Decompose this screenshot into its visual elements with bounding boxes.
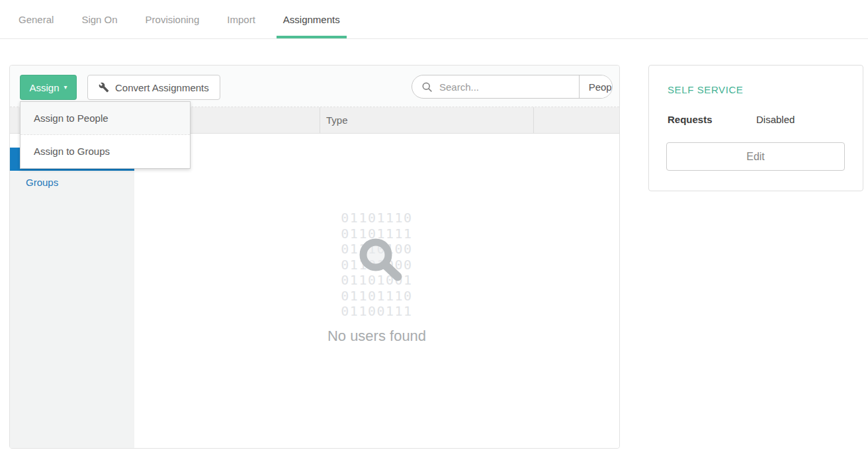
tab-sign-on[interactable]: Sign On xyxy=(81,0,117,38)
requests-row: Requests Disabled xyxy=(668,114,844,125)
requests-value: Disabled xyxy=(756,114,795,125)
assign-button-label: Assign xyxy=(29,82,59,93)
tab-general[interactable]: General xyxy=(19,0,54,38)
app-tabbar: General Sign On Provisioning Import Assi… xyxy=(0,0,868,39)
assignments-sidebar: People Groups xyxy=(10,134,134,448)
menu-item-assign-to-people[interactable]: Assign to People xyxy=(21,102,190,135)
column-divider xyxy=(533,107,534,133)
chevron-down-icon: ▾ xyxy=(64,84,67,91)
self-service-panel: SELF SERVICE Requests Disabled Edit xyxy=(648,65,863,191)
sidebar-background: Groups xyxy=(10,171,134,448)
tab-provisioning[interactable]: Provisioning xyxy=(146,0,200,38)
assign-button[interactable]: Assign ▾ xyxy=(20,75,77,100)
convert-assignments-label: Convert Assignments xyxy=(115,82,209,93)
menu-item-assign-to-groups[interactable]: Assign to Groups xyxy=(21,135,190,168)
edit-button[interactable]: Edit xyxy=(666,142,845,171)
search-filter-dropdown[interactable]: People ▼ xyxy=(579,75,613,98)
convert-assignments-button[interactable]: Convert Assignments xyxy=(87,75,220,100)
assignments-toolbar: Assign ▾ Convert Assignments xyxy=(10,66,619,107)
tab-import[interactable]: Import xyxy=(227,0,255,38)
search-input[interactable] xyxy=(438,81,572,93)
assignments-table-body: 01101110 01101111 01110100 01101000 0110… xyxy=(134,134,619,448)
search-group: People ▼ xyxy=(412,75,613,99)
column-divider xyxy=(320,107,320,133)
sidebar-item-groups[interactable]: Groups xyxy=(10,171,134,194)
search-box xyxy=(412,75,579,98)
requests-label: Requests xyxy=(668,114,756,125)
empty-state-message: No users found xyxy=(134,328,619,345)
assign-dropdown-menu: Assign to People Assign to Groups xyxy=(20,101,191,169)
tab-assignments[interactable]: Assignments xyxy=(277,0,347,38)
magnifier-icon xyxy=(349,233,409,293)
wrench-icon xyxy=(99,82,109,93)
self-service-title: SELF SERVICE xyxy=(668,84,743,95)
type-column-header: Type xyxy=(326,107,348,134)
search-icon xyxy=(421,81,433,93)
assignments-content: People Groups 01101110 01101111 01110100… xyxy=(10,134,619,448)
assignments-panel: Assign ▾ Convert Assignments xyxy=(9,65,620,449)
search-filter-value: People xyxy=(589,81,613,93)
app-page: General Sign On Provisioning Import Assi… xyxy=(0,0,868,454)
